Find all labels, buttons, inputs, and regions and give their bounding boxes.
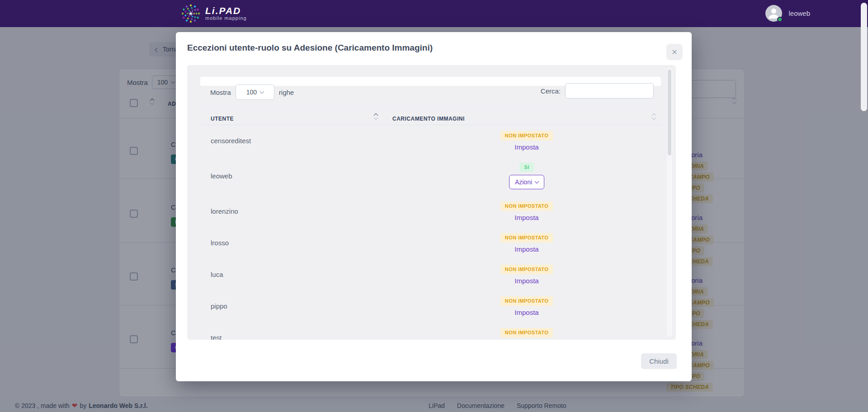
- status-badge: SI: [519, 163, 533, 172]
- table-header: UTENTE CARICAMENTO IMMAGINI: [200, 112, 661, 125]
- user-name: test: [200, 322, 392, 340]
- status-cell: NON IMPOSTATOImposta: [392, 322, 661, 340]
- status-badge: NON IMPOSTATO: [500, 131, 553, 140]
- show-label: Mostra: [210, 89, 231, 96]
- column-header-caricamento[interactable]: CARICAMENTO IMMAGINI: [392, 116, 465, 122]
- sort-icons[interactable]: [652, 114, 656, 119]
- user-row: lucaNON IMPOSTATOImposta: [200, 259, 661, 290]
- chevron-down-icon: [260, 89, 264, 94]
- azioni-button[interactable]: Azioni: [509, 175, 544, 189]
- status-cell: NON IMPOSTATOImposta: [392, 227, 661, 258]
- logo-icon: [181, 4, 201, 23]
- sort-icons[interactable]: [374, 114, 377, 119]
- user-row: pippoNON IMPOSTATOImposta: [200, 290, 661, 322]
- status-cell: NON IMPOSTATOImposta: [392, 290, 661, 322]
- modal-scrollbar[interactable]: [667, 68, 672, 337]
- topbar: Li.PAD mobile mapping leoweb: [0, 0, 868, 27]
- status-cell: SIAzioni: [392, 157, 661, 195]
- status-badge: NON IMPOSTATO: [500, 328, 553, 337]
- modal-title: Eccezioni utente-ruolo su Adesione (Cari…: [187, 43, 433, 53]
- logo-title: Li.PAD: [205, 6, 247, 15]
- app-root: Li.PAD mobile mapping leoweb Torna Mostr…: [0, 0, 868, 412]
- imposta-link[interactable]: Imposta: [514, 309, 538, 316]
- user-name: censoreditest: [200, 125, 392, 156]
- status-badge: NON IMPOSTATO: [500, 296, 553, 306]
- page-scrollbar-thumb[interactable]: [861, 3, 867, 111]
- column-header-utente[interactable]: UTENTE: [211, 116, 234, 122]
- user-row: lorenzinoNON IMPOSTATOImposta: [200, 196, 661, 227]
- username: leoweb: [788, 9, 810, 17]
- rows-suffix-label: righe: [279, 89, 294, 96]
- user-name: lrosso: [200, 227, 392, 258]
- user-name: lorenzino: [200, 196, 392, 227]
- status-badge: NON IMPOSTATO: [500, 265, 553, 274]
- imposta-link[interactable]: Imposta: [514, 245, 538, 253]
- modal-table-body: censoreditestNON IMPOSTATOImpostaleowebS…: [200, 125, 661, 340]
- search-input[interactable]: [565, 83, 654, 98]
- status-badge: NON IMPOSTATO: [500, 233, 553, 243]
- imposta-link[interactable]: Imposta: [514, 277, 538, 285]
- status-cell: NON IMPOSTATOImposta: [392, 125, 661, 156]
- logo-subtitle: mobile mapping: [205, 15, 247, 21]
- user-menu[interactable]: leoweb: [765, 5, 810, 22]
- close-icon[interactable]: ✕: [666, 44, 683, 60]
- imposta-link[interactable]: Imposta: [514, 214, 538, 221]
- rows-per-page-select[interactable]: 100: [236, 84, 274, 100]
- status-badge: NON IMPOSTATO: [500, 201, 553, 211]
- chevron-down-icon: [535, 179, 539, 184]
- logo[interactable]: Li.PAD mobile mapping: [181, 4, 247, 23]
- user-row: censoreditestNON IMPOSTATOImposta: [200, 125, 661, 157]
- status-cell: NON IMPOSTATOImposta: [392, 196, 661, 227]
- avatar: [765, 5, 782, 22]
- user-row: leowebSIAzioni: [200, 157, 661, 196]
- user-row: lrossoNON IMPOSTATOImposta: [200, 227, 661, 259]
- user-name: luca: [200, 259, 392, 290]
- modal-table-panel: Mostra 100 righe Cerca: UTENTE CARICAMEN…: [187, 65, 676, 340]
- imposta-link[interactable]: Imposta: [514, 143, 538, 151]
- search-label: Cerca:: [541, 87, 561, 95]
- user-name: leoweb: [200, 157, 392, 195]
- modal-dialog: Eccezioni utente-ruolo su Adesione (Cari…: [176, 32, 692, 381]
- status-cell: NON IMPOSTATOImposta: [392, 259, 661, 290]
- user-row: testNON IMPOSTATOImposta: [200, 322, 661, 340]
- chiudi-button[interactable]: Chiudi: [641, 353, 677, 369]
- user-name: pippo: [200, 290, 392, 322]
